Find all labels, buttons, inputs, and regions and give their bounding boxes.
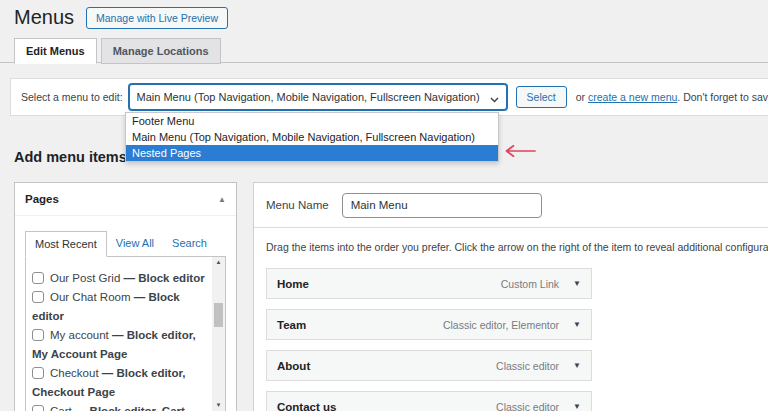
menu-item-bar[interactable]: TeamClassic editor, Elementor▼ [266,309,592,340]
page-checklist-item[interactable]: Cart — Block editor, Cart Page [32,402,205,411]
page-header: Menus Manage with Live Preview [14,6,228,29]
collapse-toggle-icon[interactable]: ▲ [218,195,226,204]
tab-most-recent[interactable]: Most Recent [25,231,107,257]
pages-accordion-panel: Pages ▲ Most Recent View All Search ▲ ▼ … [14,182,237,411]
nav-tabs: Edit Menus Manage Locations [14,38,225,64]
menu-item-type: Classic editor [496,401,559,411]
page-checklist-item[interactable]: Our Post Grid — Block editor [32,269,205,288]
checkbox[interactable] [32,405,44,411]
pages-checklist: ▲ ▼ Our Post Grid — Block editorOur Chat… [25,256,226,411]
chevron-down-icon [490,93,499,105]
menu-item-title: Home [277,278,309,290]
page-checklist-item[interactable]: Checkout — Block editor, Checkout Page [32,364,205,402]
scrollbar[interactable]: ▲ ▼ [212,257,225,411]
menu-item-title: Contact us [277,401,336,411]
menu-item-title: Team [277,319,306,331]
pages-panel-header[interactable]: Pages ▲ [15,183,236,216]
menu-item-type: Classic editor, Elementor [443,319,559,331]
create-menu-phrase: or create a new menu. Don't forget to sa… [576,91,768,103]
menu-structure-body: Drag the items into the order you prefer… [254,228,768,411]
tab-manage-locations[interactable]: Manage Locations [101,38,221,64]
create-new-menu-link[interactable]: create a new menu [588,91,677,103]
expand-arrow-icon[interactable]: ▼ [573,402,581,411]
scrollbar-thumb[interactable] [214,303,223,327]
page-name: Checkout [50,367,99,379]
select-menu-label: Select a menu to edit: [21,91,123,103]
add-menu-items-heading: Add menu items [14,149,127,165]
tab-view-all[interactable]: View All [107,231,163,256]
manage-menus-bar: Select a menu to edit: Main Menu (Top Na… [10,78,768,116]
menu-item-title: About [277,360,310,372]
checkbox[interactable] [32,367,44,379]
scroll-down-icon[interactable]: ▼ [212,400,225,411]
page-name: Our Post Grid [50,272,120,284]
scroll-up-icon[interactable]: ▲ [212,257,225,268]
checkbox[interactable] [32,272,44,284]
dropdown-option[interactable]: Main Menu (Top Navigation, Mobile Naviga… [126,129,498,145]
menu-item-bar[interactable]: HomeCustom Link▼ [266,268,592,299]
page-editor-suffix: — Block editor [120,272,204,284]
menu-items-list: HomeCustom Link▼TeamClassic editor, Elem… [266,268,768,411]
page-name: Cart [50,405,72,411]
checkbox[interactable] [32,329,44,341]
menu-item-bar[interactable]: Contact usClassic editor▼ [266,391,592,411]
menu-item-type: Custom Link [501,278,559,290]
page-title: Menus [14,6,74,29]
menu-name-label: Menu Name [266,199,329,211]
menu-item-bar[interactable]: AboutClassic editor▼ [266,350,592,381]
page-checklist-item[interactable]: My account — Block editor, My Account Pa… [32,326,205,364]
page-name: My account [50,329,109,341]
expand-arrow-icon[interactable]: ▼ [573,320,581,329]
menu-select-value: Main Menu (Top Navigation, Mobile Naviga… [137,91,480,103]
expand-arrow-icon[interactable]: ▼ [573,361,581,370]
menu-name-input[interactable] [342,193,542,218]
pages-tabs: Most Recent View All Search [25,231,226,256]
menu-select-dropdown[interactable]: Main Menu (Top Navigation, Mobile Naviga… [129,84,507,110]
tab-search[interactable]: Search [163,231,216,256]
pages-panel-body: Most Recent View All Search ▲ ▼ Our Post… [15,216,236,411]
drag-instructions: Drag the items into the order you prefer… [266,241,768,253]
dropdown-option[interactable]: Nested Pages [126,145,498,161]
page-checklist-item[interactable]: Our Chat Room — Block editor [32,288,205,326]
pages-panel-title: Pages [25,193,59,205]
expand-arrow-icon[interactable]: ▼ [573,279,581,288]
page-name: Our Chat Room [50,291,131,303]
manage-live-preview-button[interactable]: Manage with Live Preview [86,7,228,29]
annotation-arrow-left-icon [501,143,537,161]
menu-item-type: Classic editor [496,360,559,372]
menu-structure-card: Menu Name Drag the items into the order … [253,182,768,411]
menu-select-options-list: Footer MenuMain Menu (Top Navigation, Mo… [125,112,499,162]
checkbox[interactable] [32,291,44,303]
select-button[interactable]: Select [516,86,567,108]
tab-edit-menus[interactable]: Edit Menus [14,38,97,64]
dropdown-option[interactable]: Footer Menu [126,113,498,129]
menu-name-row: Menu Name [254,183,768,228]
